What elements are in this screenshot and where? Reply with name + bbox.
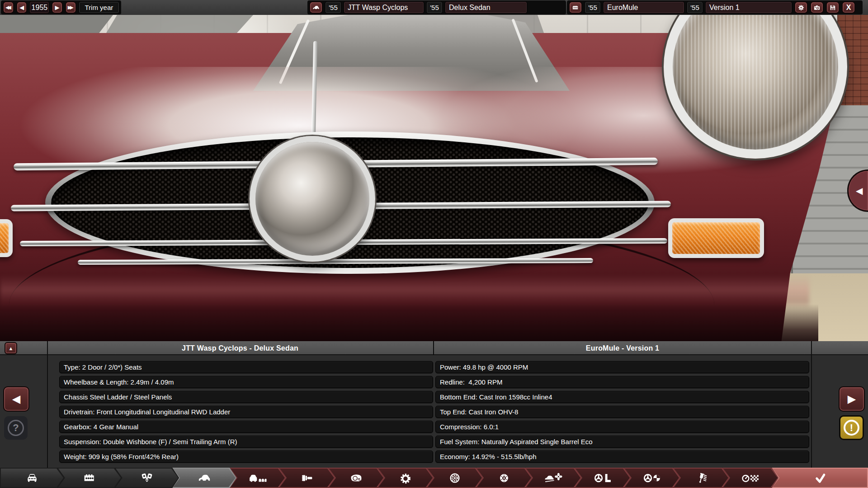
- year-forward-button[interactable]: ▶: [52, 1, 62, 14]
- car-body-icon: [195, 472, 214, 484]
- orange-side-marker: [668, 218, 764, 258]
- model-year-badge: '55: [325, 1, 341, 14]
- tab-car-body[interactable]: [172, 468, 236, 488]
- spec-row: Type: 2 Door / 2/0*) Seats: [59, 361, 433, 373]
- trim-year-button[interactable]: Trim year: [79, 1, 119, 14]
- suspension-icon: [692, 472, 711, 484]
- gear-icon: [798, 3, 804, 12]
- tab-face: [329, 469, 383, 487]
- engine-icon: [572, 3, 579, 12]
- engine-year-badge: '55: [585, 1, 601, 14]
- exclamation-icon: !: [844, 420, 859, 436]
- tab-safety[interactable]: [624, 468, 680, 488]
- photo-mode-button[interactable]: [810, 1, 824, 14]
- spec-row: Economy: 14.92% - 515.5lb/hph: [435, 450, 809, 463]
- year-nav-group: ◀◀ ◀ 1955 ▶ ▶▶ Trim year: [1, 0, 121, 14]
- tab-gear-half[interactable]: [377, 468, 434, 488]
- tab-face: [1, 469, 63, 487]
- trim-name-field[interactable]: Delux Sedan: [445, 1, 527, 14]
- engine-spec-title: EuroMule - Version 1: [435, 341, 810, 355]
- tab-confirm[interactable]: [772, 468, 868, 488]
- tab-engine[interactable]: [57, 468, 122, 488]
- tab-headlight[interactable]: [328, 468, 384, 488]
- save-button[interactable]: [826, 1, 840, 14]
- tab-aero[interactable]: [525, 468, 581, 488]
- tab-brake[interactable]: [476, 468, 532, 488]
- year-fast-forward-button[interactable]: ▶▶: [65, 1, 76, 14]
- tab-drivetrain[interactable]: [115, 468, 179, 488]
- bumper-shadow: [0, 304, 818, 341]
- panel-divider: [811, 341, 812, 468]
- safety-icon: [642, 472, 661, 484]
- tab-paint[interactable]: [279, 468, 335, 488]
- spec-row: Bottom End: Cast Iron 1598cc Inline4: [435, 391, 809, 403]
- seats-icon: [248, 472, 267, 484]
- settings-button[interactable]: [794, 1, 808, 14]
- engine-family-field[interactable]: EuroMule: [603, 1, 684, 14]
- tab-face: [231, 469, 285, 487]
- year-field[interactable]: 1955: [29, 1, 49, 14]
- spec-row: Suspension: Double Wishbone (F) / Semi T…: [59, 436, 433, 448]
- confirm-icon: [811, 472, 830, 484]
- car-icon: [313, 3, 319, 12]
- spec-row: Power: 49.8 hp @ 4000 RPM: [435, 361, 809, 373]
- wheel-icon: [445, 472, 464, 484]
- spec-row: Top End: Cast Iron OHV-8: [435, 406, 809, 418]
- spec-row: Gearbox: 4 Gear Manual: [59, 421, 433, 433]
- tab-face: [280, 469, 334, 487]
- tab-face: [116, 469, 178, 487]
- interior-icon: [593, 472, 612, 484]
- warning-button[interactable]: !: [839, 415, 864, 440]
- engine-and-actions-group: '55 EuroMule '55 Version 1 X: [567, 0, 863, 14]
- car-model-group: '55 JTT Wasp Cyclops '55 Delux Sedan: [307, 0, 566, 14]
- aero-icon: [544, 472, 563, 484]
- tab-face: [378, 469, 433, 487]
- year-back-button[interactable]: ◀: [16, 1, 27, 14]
- orange-side-marker: [0, 219, 13, 257]
- tab-face: [526, 469, 580, 487]
- close-button[interactable]: X: [842, 1, 855, 14]
- brake-icon: [495, 472, 514, 484]
- model-name-field[interactable]: JTT Wasp Cyclops: [344, 1, 424, 14]
- tab-testing[interactable]: [722, 468, 778, 488]
- tab-wheel[interactable]: [427, 468, 483, 488]
- bumper-highlight: [0, 275, 809, 309]
- spec-row: Chassis Steel Ladder / Steel Panels: [59, 391, 433, 403]
- tab-face: [625, 469, 679, 487]
- headlight-icon: [347, 472, 366, 484]
- tab-face: [477, 469, 531, 487]
- car-spec-title: JTT Wasp Cyclops - Delux Sedan: [48, 341, 432, 355]
- engine-mode-button[interactable]: [569, 1, 582, 14]
- prev-section-button[interactable]: ◀: [3, 386, 29, 412]
- tab-seats[interactable]: [230, 468, 286, 488]
- next-section-button[interactable]: ▶: [839, 386, 865, 412]
- center-fog-lamp: [250, 136, 375, 262]
- tab-face: [173, 469, 236, 487]
- tab-face: [674, 469, 728, 487]
- tab-face: [576, 469, 630, 487]
- year-fast-back-button[interactable]: ◀◀: [3, 1, 14, 14]
- camera-icon: [814, 3, 820, 12]
- floppy-icon: [830, 3, 836, 12]
- gear-half-icon: [396, 472, 415, 484]
- spec-panel: JTT Wasp Cyclops - Delux Sedan EuroMule …: [0, 341, 868, 468]
- tab-interior[interactable]: [575, 468, 631, 488]
- tab-face: [773, 469, 867, 487]
- engine-variant-field[interactable]: Version 1: [705, 1, 792, 14]
- car-spec-list: Type: 2 Door / 2/0*) Seats Wheelbase & L…: [59, 361, 433, 465]
- spec-row: Weight: 909 kg (58% Front/42% Rear): [59, 450, 433, 463]
- collapse-panel-button[interactable]: ▲: [5, 342, 17, 354]
- panel-divider: [47, 341, 48, 468]
- tab-car-front[interactable]: [0, 468, 64, 488]
- spec-row: Drivetrain: Front Longitudinal Longitudi…: [59, 406, 433, 418]
- flyout-arrow-icon: ◀: [856, 185, 863, 196]
- spec-row: Redline: 4,200 RPM: [435, 376, 809, 388]
- engine-spec-list: Power: 49.8 hp @ 4000 RPM Redline: 4,200…: [435, 361, 809, 465]
- car-3d-viewport[interactable]: ◀: [0, 15, 868, 341]
- help-button[interactable]: ?: [4, 416, 28, 440]
- car-mode-button[interactable]: [309, 1, 323, 14]
- spec-row: Fuel System: Naturally Aspirated Single …: [435, 436, 809, 448]
- top-bar: ◀◀ ◀ 1955 ▶ ▶▶ Trim year '55 JTT Wasp Cy…: [0, 0, 868, 15]
- tab-suspension[interactable]: [673, 468, 729, 488]
- variant-year-badge: '55: [687, 1, 703, 14]
